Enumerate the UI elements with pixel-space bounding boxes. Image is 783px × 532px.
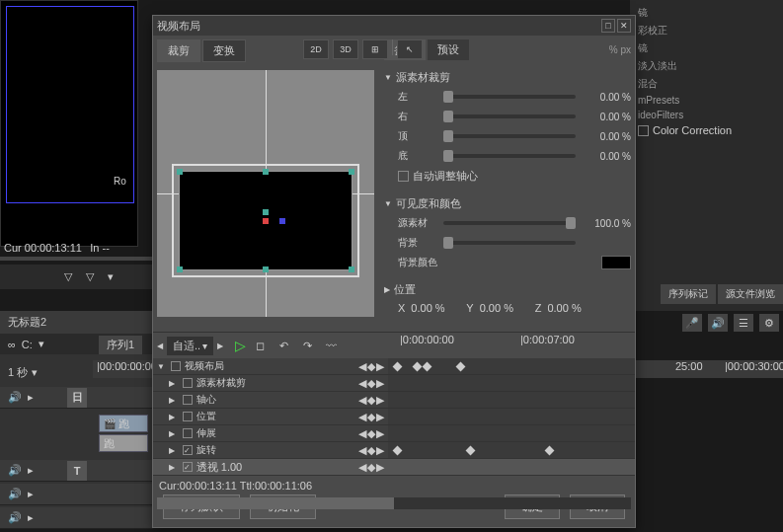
track-lane[interactable] [388,409,635,424]
keyframe[interactable] [393,362,403,372]
resize-handle[interactable] [349,266,354,272]
play-button[interactable]: ▷ [235,338,246,353]
arrow-icon[interactable]: ▸ [28,391,34,404]
dialog-titlebar[interactable]: 视频布局 □ ✕ [153,16,635,36]
track-checkbox[interactable] [171,361,181,371]
checkbox-icon[interactable] [638,125,649,136]
maximize-button[interactable]: □ [601,19,615,33]
keyframe[interactable] [466,446,476,456]
loop-button[interactable]: ◻ [250,338,270,353]
track-lane[interactable] [388,392,635,408]
fx-item-check[interactable]: Color Correction [634,122,779,138]
fx-item[interactable]: 淡入淡出 [634,57,779,75]
center-handle[interactable] [263,218,269,224]
param-top-slider[interactable] [443,134,576,138]
pointer-button[interactable]: ↖ [397,39,423,59]
tab-presets[interactable]: 预设 [428,39,469,60]
tab-source-browser[interactable]: 源文件浏览 [718,284,783,304]
marker-icon[interactable]: ▽ [86,270,100,284]
speaker-icon[interactable]: 🔊 [8,511,22,524]
prev-kf-icon[interactable]: ◀ [358,360,366,373]
handle[interactable] [263,209,269,215]
kf-track-stretch[interactable]: ▶ 伸展 ◀◆▶ [153,425,635,442]
fx-item[interactable]: 镜 [634,39,779,57]
layout-preview[interactable] [157,70,374,317]
resize-handle[interactable] [177,169,183,175]
mic-icon[interactable]: 🎤 [682,314,702,332]
tab-crop[interactable]: 裁剪 [157,39,200,62]
keyframe[interactable] [423,362,432,372]
mode-2d-button[interactable]: 2D [303,39,329,59]
speaker-icon[interactable]: 🔊 [708,314,728,332]
fx-item[interactable]: 镜 [634,4,779,22]
fx-item[interactable]: 混合 [634,75,779,93]
kf-track-position[interactable]: ▶ 位置 ◀◆▶ [153,409,635,425]
param-left-value[interactable]: 0.00 % [582,92,631,103]
keyframe[interactable] [456,362,466,372]
marker-icon[interactable]: ▽ [64,270,78,284]
auto-center-checkbox[interactable]: 自动调整轴心 [384,166,631,187]
graph-button[interactable]: 〰 [321,338,341,353]
y-value[interactable]: 0.00 % [480,302,529,314]
section-source-crop[interactable]: ▼ 源素材裁剪 [384,68,631,87]
param-bottom-slider[interactable] [443,154,576,158]
keyframe[interactable] [393,446,403,456]
track-checkbox[interactable] [183,378,193,388]
resize-handle[interactable] [263,266,269,272]
track-checkbox[interactable] [183,445,193,455]
track-checkbox[interactable] [183,428,193,438]
add-kf-icon[interactable]: ◆ [367,360,375,373]
bg-color-swatch[interactable] [601,256,631,269]
audio-track[interactable]: 🔊 ▸ [0,507,153,529]
title-track[interactable]: 🔊 ▸ T [0,460,153,482]
settings-icon[interactable]: ⚙ [759,314,779,332]
kf-track-crop[interactable]: ▶ 源素材裁剪 ◀◆▶ [153,375,635,392]
expand-icon[interactable]: ▶ [169,463,179,472]
x-value[interactable]: 0.00 % [411,302,460,314]
kf-track-center[interactable]: ▶ 轴心 ◀◆▶ [153,392,635,409]
infinity-icon[interactable]: ∞ [8,339,16,350]
speaker-icon[interactable]: 🔊 [8,464,22,477]
rotate-handle[interactable] [279,218,285,224]
track-lane[interactable] [388,358,635,374]
param-bottom-value[interactable]: 0.00 % [582,151,631,162]
track-checkbox[interactable] [183,412,193,421]
video-frame[interactable] [179,171,352,270]
param-bg-slider[interactable] [443,241,576,245]
expand-icon[interactable]: ▶ [169,379,179,388]
resize-handle[interactable] [349,169,354,175]
param-source-value[interactable]: 100.0 % [582,218,631,229]
kf-track-root[interactable]: ▼ 视频布局 ◀◆▶ [153,358,635,375]
sequence-tab[interactable]: 序列1 [99,336,142,354]
fx-item[interactable]: mPresets [634,93,779,108]
tool-icon[interactable]: ☰ [734,314,753,332]
kf-track-rotation[interactable]: ▶ 旋转 ◀◆▶ [153,442,635,459]
fit-dropdown[interactable]: 自适.. ▾ [167,337,213,355]
grid-button[interactable]: ⊞ [362,39,388,59]
prev-kf-button[interactable]: ↶ [274,338,293,353]
kf-ruler[interactable]: |0:00:00:00 |0:00:07:00 [392,334,631,353]
chevron-left-icon[interactable]: ◀ [157,342,163,350]
fx-item[interactable]: ideoFilters [634,108,779,122]
track-checkbox[interactable] [183,462,193,472]
track-checkbox[interactable] [183,395,193,405]
speaker-icon[interactable]: 🔊 [8,488,22,500]
duration-selector[interactable]: 1 秒▾ [8,365,38,380]
param-left-slider[interactable] [443,95,576,99]
expand-icon[interactable]: ▶ [169,413,179,421]
z-value[interactable]: 0.00 % [547,302,596,314]
expand-icon[interactable]: ▶ [169,396,179,405]
track-lane[interactable] [388,442,635,458]
tab-seq-marker[interactable]: 序列标记 [661,284,716,304]
keyframe[interactable] [545,446,555,456]
resize-handle[interactable] [177,266,183,272]
track-lane[interactable] [388,425,635,441]
track-lane[interactable] [388,459,635,475]
mode-3d-button[interactable]: 3D [333,39,358,59]
c-tool-icon[interactable]: C: [22,339,33,350]
audio-track[interactable]: 🔊 ▸ [0,484,153,505]
timeline-scrollbar[interactable] [157,497,631,509]
chevron-right-icon[interactable]: ▶ [217,342,223,350]
dropdown-icon[interactable]: ▾ [39,338,44,350]
param-right-value[interactable]: 0.00 % [582,112,631,122]
